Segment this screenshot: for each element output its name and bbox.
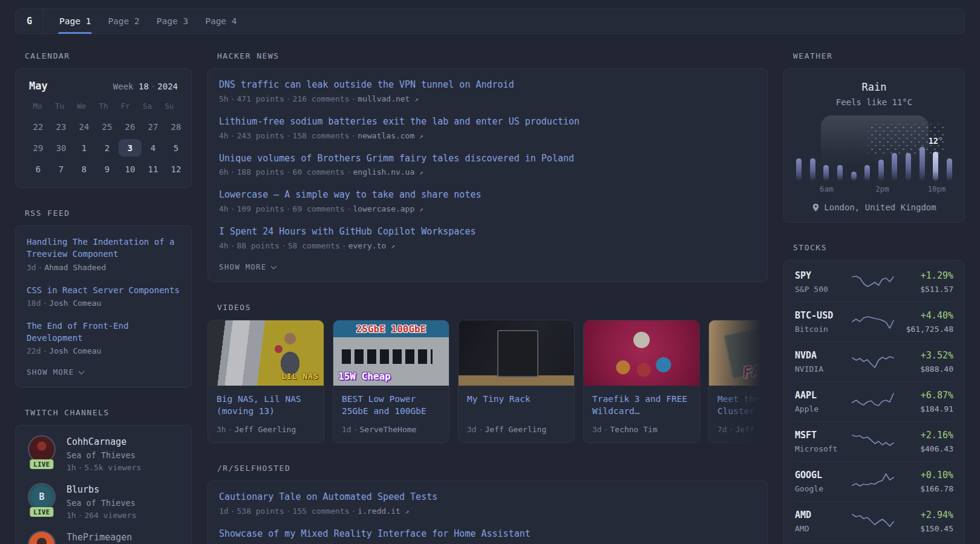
weather-bar bbox=[906, 153, 911, 181]
stock-ticker: SPY bbox=[795, 270, 851, 281]
stock-row[interactable]: NVDA NVIDIA +3.52% $888.40 bbox=[795, 342, 953, 381]
videos-carousel: LIL NAS Big NAS, Lil NAS (moving 13) 3h·… bbox=[207, 320, 768, 443]
stock-row[interactable]: RDDT -1.65% bbox=[795, 541, 953, 544]
video-channel[interactable]: Jeff Geerling bbox=[234, 425, 296, 434]
stock-price: $406.43 bbox=[895, 444, 953, 453]
rss-item: Handling The Indentation of a Treeview C… bbox=[27, 236, 180, 272]
weather-widget: WEATHER Rain Feels like 11°C 12° 6am2pm1… bbox=[783, 51, 965, 222]
hn-item-title[interactable]: Lithium-free sodium batteries exit the l… bbox=[219, 115, 756, 129]
video-card[interactable]: LIL NAS Big NAS, Lil NAS (moving 13) 3h·… bbox=[207, 320, 324, 443]
stock-ticker: AMD bbox=[795, 510, 851, 520]
twitch-channel-name: Blurbs bbox=[67, 484, 137, 495]
weather-bar bbox=[796, 158, 802, 181]
hn-item-domain[interactable]: every.to bbox=[348, 241, 387, 250]
reddit-item-title[interactable]: Showcase of my Mixed Reality Interface f… bbox=[219, 528, 756, 541]
reddit-item: Showcase of my Mixed Reality Interface f… bbox=[219, 528, 756, 541]
video-channel[interactable]: Jeff Geerling bbox=[485, 425, 546, 434]
videos-widget: VIDEOS LIL NAS Big NAS, Lil NAS (moving … bbox=[207, 303, 768, 443]
hn-show-more-button[interactable]: SHOW MORE bbox=[219, 262, 276, 271]
hn-item-domain[interactable]: newatlas.com bbox=[358, 131, 414, 140]
stock-row[interactable]: AAPL Apple +6.87% $184.91 bbox=[795, 381, 953, 421]
reddit-item-title[interactable]: Cautionary Tale on Automated Speed Tests bbox=[219, 491, 756, 504]
weather-axis-label: 2pm bbox=[875, 184, 889, 193]
page-tab[interactable]: Page 2 bbox=[106, 9, 140, 33]
stock-row[interactable]: GOOGL Google +0.10% $166.78 bbox=[795, 461, 953, 501]
video-channel[interactable]: ServeTheHome bbox=[359, 425, 416, 434]
stock-row[interactable]: BTC-USD Bitcoin +4.40% $61,725.48 bbox=[795, 302, 953, 342]
stock-company-name: Bitcoin bbox=[795, 325, 851, 334]
dot-separator: · bbox=[230, 204, 235, 213]
dot-separator: · bbox=[281, 241, 286, 250]
stock-row[interactable]: AMD AMD +2.94% $150.45 bbox=[795, 501, 953, 541]
video-card[interactable]: 25GbE 100GbE15W Cheap BEST Low Power 25G… bbox=[333, 320, 449, 443]
stock-company-name: AMD bbox=[795, 524, 851, 533]
rss-show-more-button[interactable]: SHOW MORE bbox=[27, 368, 83, 377]
videos-section-title[interactable]: VIDEOS bbox=[217, 303, 768, 312]
dot-separator: · bbox=[286, 167, 291, 176]
calendar-day: 28 bbox=[165, 118, 188, 135]
video-thumbnail[interactable]: 25GbE 100GbE15W Cheap bbox=[333, 320, 449, 386]
calendar-day: 4 bbox=[142, 139, 165, 157]
dot-separator: · bbox=[38, 263, 43, 272]
stock-row[interactable]: SPY S&P 500 +1.29% $511.57 bbox=[795, 262, 953, 302]
page-tab[interactable]: Page 1 bbox=[58, 9, 92, 33]
page-tab[interactable]: Page 3 bbox=[155, 9, 189, 33]
calendar-day: 24 bbox=[73, 118, 96, 135]
twitch-channel-name: ThePrimeagen bbox=[67, 532, 132, 543]
dot-separator: · bbox=[42, 299, 47, 308]
rss-widget: RSS FEED Handling The Indentation of a T… bbox=[15, 209, 192, 387]
video-title[interactable]: Big NAS, Lil NAS (moving 13) bbox=[217, 393, 315, 419]
weather-axis-labels: 6am2pm10pm bbox=[795, 184, 953, 195]
stock-sparkline-chart bbox=[851, 471, 895, 492]
video-thumbnail[interactable]: LIL NAS bbox=[208, 320, 324, 386]
video-channel[interactable]: Techno Tim bbox=[610, 425, 657, 434]
live-badge: LIVE bbox=[30, 459, 53, 469]
rss-item-title[interactable]: The End of Front-End Development bbox=[27, 320, 180, 345]
video-title[interactable]: BEST Low Power 25GbE and 100GbE Switch… bbox=[342, 393, 440, 419]
dot-separator: · bbox=[230, 507, 235, 516]
twitch-channel-row[interactable]: B LIVE Blurbs Sea of Thieves 1h·264 view… bbox=[27, 483, 180, 520]
hacker-news-section-title[interactable]: HACKER NEWS bbox=[217, 51, 768, 60]
stock-sparkline-wrap bbox=[851, 511, 895, 532]
video-meta: 3h·Jeff Geerling bbox=[217, 425, 315, 434]
reddit-item-domain[interactable]: i.redd.it bbox=[358, 507, 400, 516]
app-logo[interactable]: G bbox=[16, 9, 44, 33]
calendar-day: 9 bbox=[96, 160, 119, 178]
hn-item-domain[interactable]: english.nv.ua bbox=[353, 167, 415, 176]
stock-price: $184.91 bbox=[895, 404, 953, 413]
video-card[interactable]: My Tiny Rack 3d·Jeff Geerling bbox=[458, 320, 575, 443]
rss-item-title[interactable]: Handling The Indentation of a Treeview C… bbox=[27, 236, 180, 261]
stock-change-percent: +6.87% bbox=[895, 390, 953, 401]
hn-item-title[interactable]: Lowercase – A simple way to take and sha… bbox=[219, 189, 756, 202]
avatar bbox=[28, 531, 56, 544]
hacker-news-card: DNS traffic can leak outside the VPN tun… bbox=[207, 68, 768, 282]
hn-item: Lowercase – A simple way to take and sha… bbox=[219, 189, 756, 213]
video-title[interactable]: My Tiny Rack bbox=[467, 393, 566, 419]
page-tab[interactable]: Page 4 bbox=[204, 9, 238, 33]
video-card[interactable]: Traefik 3 and FREE Wildcard… 3d·Techno T… bbox=[583, 320, 700, 443]
external-link-icon: ↗ bbox=[419, 206, 423, 213]
video-meta: 3d·Techno Tim bbox=[592, 425, 691, 434]
calendar-week: Week 18·2024 bbox=[113, 82, 178, 91]
video-thumbnail[interactable] bbox=[584, 320, 699, 386]
reddit-section-title[interactable]: /R/SELFHOSTED bbox=[217, 464, 768, 473]
weather-axis-label: 10pm bbox=[927, 184, 946, 193]
stock-identity: AMD AMD bbox=[795, 510, 851, 533]
hn-item-title[interactable]: Unique volumes of Brothers Grimm fairy t… bbox=[219, 152, 756, 166]
stock-ticker: NVDA bbox=[795, 350, 851, 361]
twitch-channel-row[interactable]: LIVE CohhCarnage Sea of Thieves 1h·5.5k … bbox=[27, 435, 180, 472]
hn-item-title[interactable]: I Spent 24 Hours with GitHub Copilot Wor… bbox=[219, 225, 756, 239]
rss-item-title[interactable]: CSS in React Server Components bbox=[27, 284, 180, 296]
weather-condition: Rain bbox=[795, 81, 953, 93]
hn-item-domain[interactable]: mullvad.net bbox=[358, 94, 410, 103]
twitch-channel-row[interactable]: LIVE ThePrimeagen · bbox=[27, 531, 180, 544]
stock-row[interactable]: MSFT Microsoft +2.16% $406.43 bbox=[795, 421, 953, 461]
video-thumbnail[interactable] bbox=[459, 320, 574, 386]
video-title[interactable]: Traefik 3 and FREE Wildcard… bbox=[592, 393, 691, 419]
dashboard-columns: CALENDAR May Week 18·2024 MoTuWeThFrSaSu… bbox=[0, 34, 980, 544]
middle-column: HACKER NEWS DNS traffic can leak outside… bbox=[207, 51, 768, 544]
hn-item-title[interactable]: DNS traffic can leak outside the VPN tun… bbox=[219, 79, 756, 92]
dot-separator: · bbox=[42, 346, 47, 355]
calendar-day: 8 bbox=[73, 160, 96, 178]
hn-item-domain[interactable]: lowercase.app bbox=[353, 204, 415, 213]
